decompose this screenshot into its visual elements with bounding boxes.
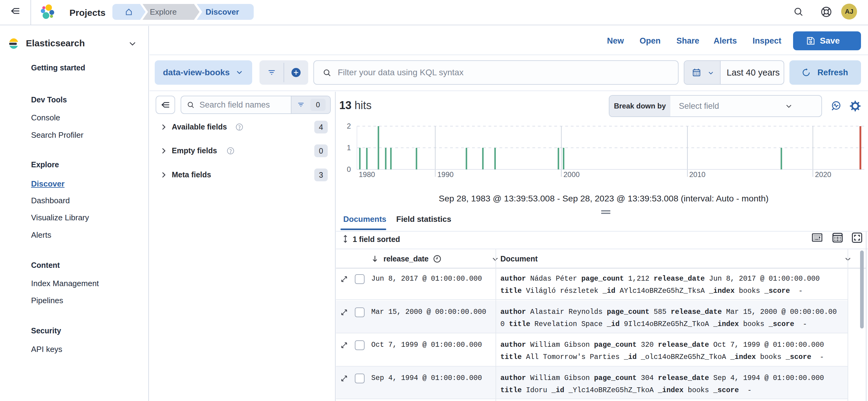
svg-text:1980: 1980 (359, 170, 375, 178)
svg-text:1: 1 (347, 144, 351, 152)
svg-text:2010: 2010 (689, 170, 705, 178)
svg-text:2000: 2000 (563, 170, 580, 178)
svg-text:2: 2 (347, 122, 351, 130)
svg-text:0: 0 (347, 165, 351, 173)
svg-text:2020: 2020 (815, 170, 831, 178)
svg-text:1990: 1990 (437, 170, 454, 178)
